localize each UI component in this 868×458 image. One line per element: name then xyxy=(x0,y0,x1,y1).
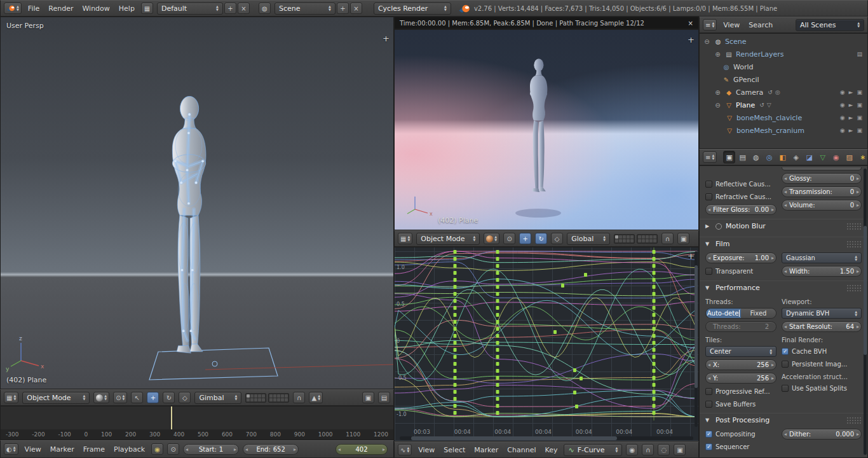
panel-drag-grip[interactable] xyxy=(846,284,862,291)
visibility-eye-icon[interactable]: ◉ xyxy=(840,89,845,95)
decrement-arrow-icon[interactable] xyxy=(186,447,188,453)
decrement-arrow-icon[interactable] xyxy=(784,268,787,275)
properties-editor[interactable]: Reflective Caus... Refractive Caus... Fi… xyxy=(699,165,868,458)
snap-element-select[interactable]: ▲ xyxy=(309,392,323,403)
panel-post-processing-header[interactable]: Post Processing xyxy=(700,413,867,427)
frame-start-field[interactable]: Start: 1 xyxy=(183,444,239,455)
opengl-render-button[interactable]: ▣ xyxy=(677,233,689,244)
increment-arrow-icon[interactable] xyxy=(857,431,859,438)
outliner-item-label[interactable]: Camera xyxy=(736,88,763,97)
timeline-ruler[interactable]: -300-200-1000100200300400500600700800900… xyxy=(1,429,393,440)
viewport-3d[interactable]: User Persp + xyxy=(0,17,394,389)
tab-particles[interactable]: ∗ xyxy=(857,151,868,163)
spatial-splits-checkbox[interactable] xyxy=(782,385,789,392)
screen-layout-select[interactable]: Default xyxy=(157,3,223,15)
current-frame-field[interactable]: 402 xyxy=(336,444,388,455)
clipped-slider[interactable] xyxy=(782,167,862,170)
outliner-item-camera[interactable]: ⊕ ◆ Camera ↺◎ ◉ ► ▣ xyxy=(700,86,867,99)
graph-snap-button[interactable]: ∩ xyxy=(642,444,654,455)
filter-glossy-slider[interactable]: Filter Gloss: 0.00 xyxy=(705,204,776,215)
timeline-playhead[interactable] xyxy=(171,406,172,429)
properties-scrollbar[interactable] xyxy=(864,169,867,455)
decrement-arrow-icon[interactable] xyxy=(338,447,341,453)
tab-render-layers[interactable]: ▤ xyxy=(736,151,749,163)
model-figure[interactable] xyxy=(172,96,206,353)
increment-arrow-icon[interactable] xyxy=(771,255,774,261)
manipulator-scale-button[interactable]: ◇ xyxy=(179,392,191,403)
menu-help[interactable]: Help xyxy=(116,4,137,13)
outliner-item-label[interactable]: Scene xyxy=(725,38,747,46)
graph-mode-select[interactable]: ∿ F-Curve xyxy=(564,444,622,456)
increment-arrow-icon[interactable] xyxy=(857,202,859,209)
close-scene-button[interactable]: × xyxy=(350,3,362,14)
increment-arrow-icon[interactable] xyxy=(857,268,859,275)
progressive-refine-checkbox[interactable] xyxy=(705,388,712,395)
decrement-arrow-icon[interactable] xyxy=(708,375,710,382)
panel-performance-header[interactable]: Performance xyxy=(700,281,867,295)
viewport-canvas[interactable]: z x y xyxy=(1,17,393,389)
decrement-arrow-icon[interactable] xyxy=(784,324,787,330)
visibility-eye-icon[interactable]: ◉ xyxy=(840,114,845,121)
graph-vscrollbar[interactable] xyxy=(695,251,698,427)
cursor-tool-button[interactable]: ↖ xyxy=(131,392,143,403)
sequencer-checkbox[interactable] xyxy=(705,443,712,450)
mode-select[interactable]: Object Mode xyxy=(416,233,480,245)
selectability-icon[interactable]: ► xyxy=(849,127,853,134)
editor-type-3dview-icon[interactable]: ▦ xyxy=(4,392,18,403)
pivot-center-select[interactable]: ⊙ xyxy=(503,233,515,244)
graph-menu-marker[interactable]: Marker xyxy=(471,446,501,454)
viewport-shading-select[interactable] xyxy=(93,392,109,403)
add-scene-button[interactable]: + xyxy=(337,3,349,14)
transparent-checkbox[interactable] xyxy=(705,268,712,275)
decrement-arrow-icon[interactable] xyxy=(708,207,710,213)
tab-object[interactable]: ◧ xyxy=(776,151,789,163)
menu-render[interactable]: Render xyxy=(46,4,76,13)
outliner-item-renderlayers[interactable]: ⊕ ▤ RenderLayers ▤ xyxy=(700,48,867,60)
timeline-canvas[interactable] xyxy=(1,406,393,429)
outliner-item-label[interactable]: RenderLayers xyxy=(736,50,784,59)
outliner-item-bonemesh-cranium[interactable]: ▽ boneMesh_cranium ◉ ► ▣ xyxy=(700,124,867,137)
auto-keyframe-button[interactable]: ◉ xyxy=(151,443,163,455)
decrement-arrow-icon[interactable] xyxy=(784,189,787,195)
outliner-item-bonemesh-clavicle[interactable]: ▽ boneMesh_clavicle ◉ ► ▣ xyxy=(700,111,867,124)
scrollbar-thumb[interactable] xyxy=(695,265,698,388)
frame-end-field[interactable]: End: 652 xyxy=(243,444,299,455)
scene-browse-icon[interactable]: ◍ xyxy=(259,3,271,14)
start-resolution-slider[interactable]: Start Resolut: 64 xyxy=(782,321,862,332)
graph-editor[interactable]: 1.00.50-0.5-1.0 00:0300:0400:0400:0400:0… xyxy=(394,247,699,441)
increment-arrow-icon[interactable] xyxy=(383,447,385,453)
fcurves-canvas[interactable] xyxy=(395,247,698,426)
plane-object-wire[interactable] xyxy=(149,348,278,380)
cache-bvh-checkbox[interactable] xyxy=(782,348,789,355)
editor-type-outliner-icon[interactable]: ≡ xyxy=(703,19,717,31)
graph-menu-view[interactable]: View xyxy=(416,446,437,454)
tile-x-field[interactable]: X: 256 xyxy=(705,359,776,370)
pivot-center-select[interactable]: ⊙ xyxy=(113,392,127,403)
decrement-arrow-icon[interactable] xyxy=(708,362,710,368)
outliner-item-scene[interactable]: ⊖ ◍ Scene xyxy=(700,35,867,48)
graph-copy-button[interactable]: ▣ xyxy=(674,444,686,455)
increment-arrow-icon[interactable] xyxy=(857,176,859,182)
manipulator-rotate-button[interactable]: ↻ xyxy=(163,392,175,403)
outliner-item-plane[interactable]: ⊖ ▽ Plane ↺▽ ◉ ► ▣ xyxy=(700,99,867,111)
transmission-bounces-slider[interactable]: Transmission: 0 xyxy=(782,186,862,197)
tile-y-field[interactable]: Y: 256 xyxy=(705,373,776,384)
graph-menu-key[interactable]: Key xyxy=(543,446,560,454)
tab-constraints[interactable]: ◈ xyxy=(790,151,802,163)
keying-set-lock-button[interactable]: ⊙ xyxy=(167,443,179,455)
visibility-eye-icon[interactable]: ◉ xyxy=(840,127,845,134)
refractive-caustics-checkbox[interactable] xyxy=(705,193,712,200)
layer-grid-1[interactable] xyxy=(245,393,266,403)
timeline-menu-marker[interactable]: Marker xyxy=(48,445,77,454)
visibility-eye-icon[interactable]: ◉ xyxy=(840,102,845,108)
motion-blur-toggle[interactable] xyxy=(715,223,722,230)
threads-fixed-option[interactable]: Fixed xyxy=(741,309,776,318)
mode-select[interactable]: Object Mode xyxy=(22,392,90,404)
decrement-arrow-icon[interactable] xyxy=(708,255,710,261)
tile-order-select[interactable]: Center xyxy=(705,346,776,357)
volume-bounces-slider[interactable]: Volume: 0 xyxy=(782,200,862,211)
render-viewport[interactable]: + xyxy=(394,29,699,230)
opengl-render-anim-button[interactable]: ▤ xyxy=(378,392,390,403)
editor-type-timeline-icon[interactable]: ◐ xyxy=(4,443,18,455)
layer-grid-2[interactable] xyxy=(268,393,289,403)
